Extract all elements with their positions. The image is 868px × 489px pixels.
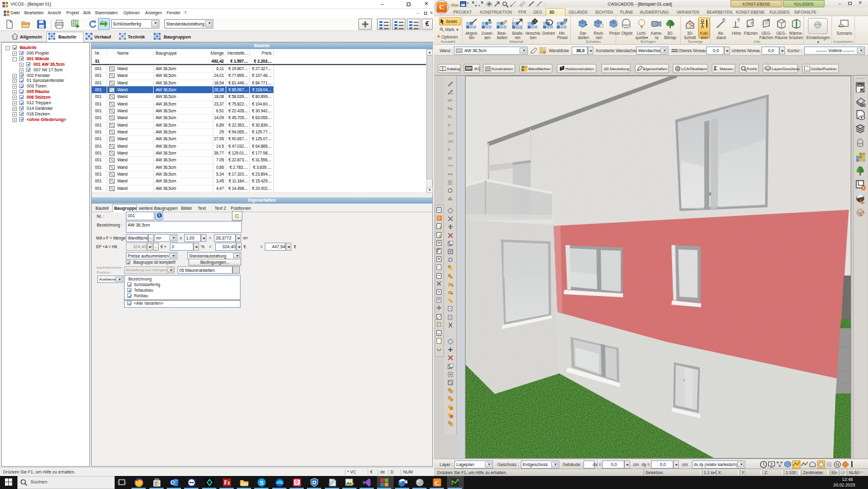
- svg-text:D: D: [295, 479, 299, 485]
- svg-text:Fz: Fz: [224, 480, 230, 486]
- svg-text:S: S: [260, 480, 264, 486]
- svg-text:C: C: [435, 480, 439, 487]
